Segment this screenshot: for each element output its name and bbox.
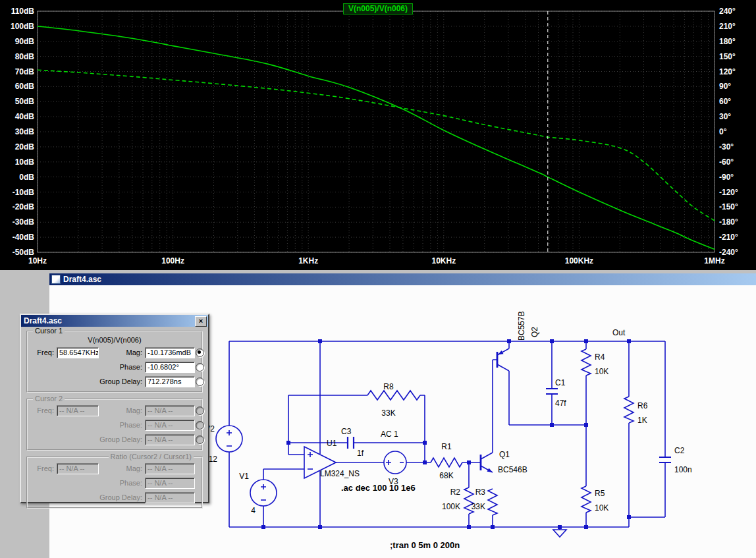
cursor1-mag-radio[interactable]	[196, 349, 204, 357]
component-V3[interactable]: AC 1 V3	[381, 430, 406, 486]
y-left-tick-label: 40dB	[15, 112, 35, 121]
component-ref: R4	[595, 352, 605, 362]
y-left-tick-label: 10dB	[15, 157, 35, 167]
ground-icon[interactable]	[553, 530, 566, 537]
y-right-tick-label: 150°	[719, 52, 736, 61]
cursor1-group-delay-radio[interactable]	[196, 377, 204, 386]
ratio-legend: Ratio (Cursor2 / Cursor1)	[109, 453, 194, 460]
cursor1-freq-field[interactable]: 58.6547KHz	[57, 347, 99, 358]
schematic-window-titlebar[interactable]: Draft4.asc	[49, 273, 756, 285]
y-left-tick-label: 80dB	[15, 52, 35, 61]
component-value: 33K	[381, 408, 395, 418]
ratio-freq-mag-row: Freq: -- N/A -- Mag: -- N/A --	[32, 461, 198, 476]
bode-plot[interactable]: 110dB100dB90dB80dB70dB60dB50dB40dB30dB20…	[0, 0, 756, 270]
component-ref: Q1	[499, 450, 510, 459]
component-U1[interactable]: U1 LM324_NS	[304, 439, 360, 478]
component-ref: R8	[383, 382, 394, 391]
cursor1-mag-value: -10.1736mdB	[145, 347, 195, 358]
cursor2-mag-radio	[196, 406, 204, 415]
component-V1[interactable]: V1 4	[239, 472, 277, 515]
y-right-tick-label: -180°	[719, 217, 738, 227]
cursor2-group-delay-radio	[196, 435, 204, 444]
y-left-tick-label: 70dB	[15, 67, 35, 76]
cursor-dialog-body: Cursor 1 V(n005)/V(n006) Freq: 58.6547KH…	[21, 327, 208, 511]
cursor2-phase-radio	[196, 421, 204, 430]
schematic-window-title: Draft4.asc	[63, 275, 101, 284]
x-tick-label: 10Hz	[28, 256, 47, 265]
component-value: 68K	[439, 471, 453, 480]
y-left-tick-label: 90dB	[15, 37, 35, 46]
component-value: BC557B	[517, 311, 526, 341]
spice-directive-ac[interactable]: .ac dec 100 10 1e6	[341, 483, 416, 493]
ratio-phase-value: -- N/A --	[145, 478, 195, 489]
freq-label: Freq:	[32, 406, 57, 414]
opamp-plus-input-icon	[308, 452, 313, 457]
cursor2-mag-value: -- N/A --	[145, 405, 195, 416]
plus-icon	[261, 484, 266, 489]
component-value: 33K	[472, 502, 485, 511]
cursor1-group: Cursor 1 V(n005)/V(n006) Freq: 58.6547KH…	[26, 331, 203, 393]
freq-label: Freq:	[32, 464, 57, 472]
junction-dots	[261, 339, 631, 529]
close-icon[interactable]: ×	[195, 316, 207, 327]
trace-phase_deg	[38, 70, 715, 221]
phase-label: Phase:	[99, 479, 145, 487]
component-R4[interactable]: R4 10K	[581, 349, 608, 376]
y-left-tick-label: -50dB	[13, 248, 35, 257]
cursor1-trace-name: V(n005)/V(n006)	[32, 335, 198, 345]
component-value: 4	[251, 506, 256, 515]
freq-label: Freq:	[32, 349, 57, 356]
y-right-tick-label: -60°	[719, 157, 734, 167]
component-Q1[interactable]: Q1 BC546B	[481, 450, 527, 474]
component-R8[interactable]: R8 33K	[367, 382, 420, 418]
cursor1-phase-radio[interactable]	[196, 363, 204, 372]
y-right-tick-label: 90°	[719, 82, 731, 91]
cursor2-phase-row: Phase: -- N/A --	[32, 418, 198, 432]
y-right-tick-label: -210°	[719, 233, 738, 242]
component-C1[interactable]: C1 47f	[546, 378, 566, 408]
plot-grid	[38, 11, 715, 252]
y-right-tick-label: 0°	[719, 127, 727, 136]
group-delay-label: Group Delay:	[99, 435, 145, 443]
component-ref: R2	[450, 488, 461, 497]
y-left-tick-label: 60dB	[15, 82, 35, 91]
component-V2[interactable]: V2 12	[205, 424, 242, 464]
component-R5[interactable]: R5 10K	[581, 486, 608, 513]
x-tick-label: 10KHz	[431, 256, 456, 265]
component-ref: V1	[239, 472, 249, 481]
component-R6[interactable]: R6 1K	[624, 397, 648, 425]
component-value: 47f	[555, 399, 566, 408]
component-R3[interactable]: R3 33K	[472, 488, 497, 515]
component-R1[interactable]: R1 68K	[431, 442, 462, 480]
trace-title-label[interactable]: V(n005)/V(n006)	[343, 3, 413, 14]
spice-directive-tran[interactable]: ;tran 0 5m 0 200n	[390, 540, 460, 550]
y-left-tick-label: 0dB	[19, 173, 34, 182]
y-left-tick-label: -20dB	[13, 202, 35, 211]
component-value: 10K	[595, 503, 608, 513]
cursor2-freq-mag-row: Freq: -- N/A -- Mag: -- N/A --	[32, 403, 198, 418]
y-right-tick-label: -120°	[719, 188, 738, 197]
component-R2[interactable]: R2 100K	[442, 488, 473, 514]
component-C2[interactable]: C2 100n	[659, 446, 692, 474]
y-left-tick-label: 30dB	[15, 127, 35, 136]
component-ref: Q2	[530, 327, 539, 337]
y-right-tick-label: 210°	[719, 22, 736, 31]
ratio-freq-value: -- N/A --	[57, 463, 99, 474]
component-ref: R6	[637, 401, 648, 410]
component-value: 10K	[595, 367, 608, 376]
x-tick-label: 1KHz	[298, 256, 318, 265]
component-ref: C2	[674, 446, 685, 455]
component-value: 1f	[357, 449, 364, 458]
y-right-tick-label: 30°	[719, 112, 731, 121]
component-ref: U1	[327, 439, 337, 448]
component-value: BC546B	[498, 465, 527, 474]
ratio-group-delay-value: -- N/A --	[145, 492, 195, 503]
waveform-pane[interactable]: 110dB100dB90dB80dB70dB60dB50dB40dB30dB20…	[0, 0, 756, 270]
net-label-out[interactable]: Out	[612, 328, 626, 337]
cursor-dialog-titlebar[interactable]: Draft4.asc ×	[21, 315, 208, 327]
cursor2-group: Cursor 2 Freq: -- N/A -- Mag: -- N/A -- …	[26, 399, 203, 451]
trace-magnitude_dB	[38, 26, 715, 250]
y-right-tick-label: -150°	[719, 202, 738, 211]
cursor2-legend: Cursor 2	[33, 395, 65, 403]
y-left-tick-label: 110dB	[11, 7, 35, 16]
